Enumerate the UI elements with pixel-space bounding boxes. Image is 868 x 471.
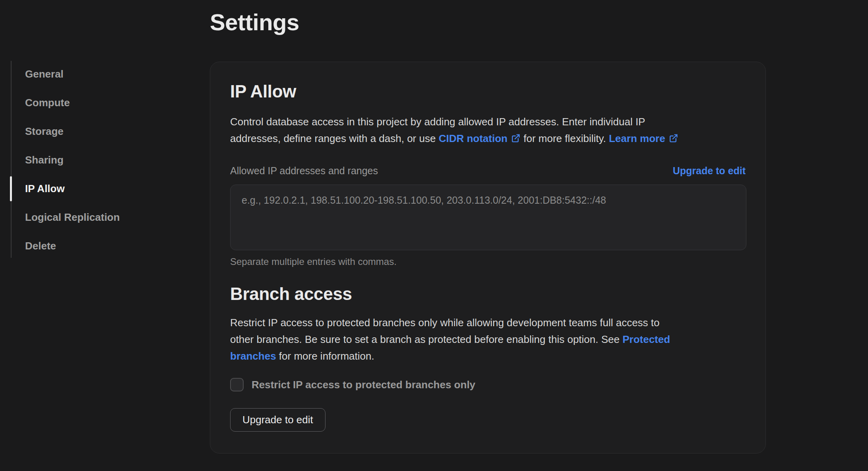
sidebar-item-compute[interactable]: Compute (25, 88, 176, 117)
sidebar-nav: GeneralComputeStorageSharingIP AllowLogi… (25, 60, 176, 260)
settings-card: IP Allow Control database access in this… (210, 62, 766, 453)
allowed-ips-textarea[interactable] (230, 185, 746, 250)
restrict-checkbox-row: Restrict IP access to protected branches… (230, 378, 746, 391)
sidebar-item-ip-allow[interactable]: IP Allow (25, 174, 176, 203)
inline-link[interactable]: branches (230, 350, 276, 362)
sidebar-item-logical-replication[interactable]: Logical Replication (25, 203, 176, 232)
sidebar-rule (11, 61, 12, 258)
restrict-checkbox-label: Restrict IP access to protected branches… (252, 379, 475, 391)
allowed-ips-label: Allowed IP addresses and ranges (230, 165, 378, 177)
sidebar-item-sharing[interactable]: Sharing (25, 146, 176, 174)
branch-access-description: Restrict IP access to protected branches… (230, 314, 746, 364)
external-link-icon (668, 133, 678, 143)
inline-link[interactable]: Learn more (609, 132, 678, 144)
external-link-icon (511, 133, 521, 143)
page-title: Settings (210, 9, 299, 35)
upgrade-to-edit-link[interactable]: Upgrade to edit (673, 165, 746, 177)
upgrade-to-edit-button[interactable]: Upgrade to edit (230, 408, 326, 432)
sidebar-item-storage[interactable]: Storage (25, 117, 176, 146)
inline-link[interactable]: CIDR notation (439, 132, 521, 144)
ip-allow-description: Control database access in this project … (230, 113, 746, 147)
restrict-checkbox[interactable] (230, 378, 244, 391)
textarea-helper-text: Separate multiple entries with commas. (230, 256, 746, 268)
ip-allow-heading: IP Allow (230, 81, 746, 101)
sidebar-active-indicator (10, 176, 12, 201)
settings-page: { "page": { "title": "Settings" }, "colo… (0, 0, 868, 471)
sidebar-item-delete[interactable]: Delete (25, 232, 176, 260)
sidebar-item-general[interactable]: General (25, 60, 176, 88)
branch-access-heading: Branch access (230, 284, 746, 304)
inline-link[interactable]: Protected (622, 333, 670, 345)
allowed-ips-field-row: Allowed IP addresses and ranges Upgrade … (230, 165, 746, 177)
